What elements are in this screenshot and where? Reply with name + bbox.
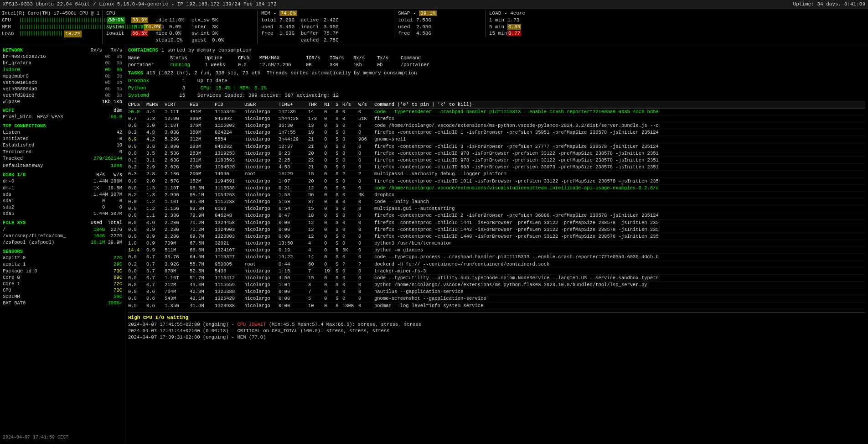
process-row-3: 0.2 4.8 3.03G 360M 824224 nicolargo 1h7:… bbox=[128, 129, 865, 136]
mem-buffer: 75.7M bbox=[324, 31, 339, 36]
cpu-irq: 0.0% bbox=[169, 24, 181, 30]
swap-total: 7.53G bbox=[416, 17, 431, 23]
process-rows: >0.0 6.4 1.11T 481M 1115349 nicolargo 1h… bbox=[128, 109, 865, 309]
wifi-title: WIFI bbox=[3, 107, 14, 114]
process-row-9: 0.3 2.8 2.18G 206M 14040 root 16:29 15 0… bbox=[128, 171, 865, 178]
network-title: NETWORK bbox=[3, 47, 23, 53]
cpu-info-section: Intel(R) Core(TM) i7-4500U CPU @ 1.80GHz… bbox=[2, 10, 102, 37]
process-row-23: 0.0 0.7 878M 52.5M 5406 nicolargo 1:15 7… bbox=[128, 268, 865, 275]
mem-stats-section: MEM - 74.8% total7.29G used5.45G free1.8… bbox=[257, 10, 394, 44]
process-row-28: 0.5 0.6 1.35G 41.9M 1323938 nicolargo 0:… bbox=[128, 303, 865, 309]
sensor-bat: BAT BAT0100%✓ bbox=[3, 300, 122, 306]
sensor-core1: Core 172C bbox=[3, 281, 122, 287]
process-row-6: 0.0 3.5 2.53G 263M 1319253 nicolargo 0:2… bbox=[128, 150, 865, 157]
mem-cached: 2.75G bbox=[324, 37, 339, 43]
header-stats: Intel(R) Core(TM) i7-4500U CPU @ 1.80GHz… bbox=[0, 9, 868, 45]
process-row-13: 0.0 1.2 1.10T 89.0M 1115288 nicolargo 5:… bbox=[128, 198, 865, 205]
tcp-section: TCP CONNECTIONS Listen42 Initiated0 Esta… bbox=[3, 123, 122, 169]
mem-active: 2.42G bbox=[324, 17, 339, 23]
tcp-terminated: Terminated0 bbox=[3, 149, 122, 155]
tcp-listen: Listen42 bbox=[3, 129, 122, 136]
containers-subtitle: 1 sorted by memory consumption bbox=[161, 47, 252, 53]
net-row-2: br_grafana0b 0b bbox=[3, 60, 122, 66]
containers-header: CONTAINERS 1 sorted by memory consumptio… bbox=[128, 47, 865, 54]
load-15: 0.77 bbox=[507, 31, 521, 36]
alert-2: 2024-04-07 17:41:44+02:00 (0:00:13) - CR… bbox=[128, 328, 865, 334]
process-row-7: 0.3 3.1 2.63G 231M 1183593 nicolargo 2:2… bbox=[128, 157, 865, 164]
disk-section: DISK I/O R/s W/s dm-01.44M 288M dm-11K 1… bbox=[3, 172, 122, 217]
mem-label: MEM bbox=[2, 24, 19, 31]
cpu-swint: 3K bbox=[212, 31, 218, 36]
container-row-portainer: portainer running 1 weeks 0.0 12.6M/7.29… bbox=[128, 62, 865, 68]
mem-free: 1.83G bbox=[279, 31, 294, 36]
wifi-row-1: Pixel_Nico WPA2 WPA3 -66.0 bbox=[3, 114, 122, 120]
process-row-26: 0.0 0.6 764M 42.3M 1325380 nicolargo 0:0… bbox=[128, 288, 865, 295]
process-row-5: 0.0 3.8 2.89G 283M 846282 nicolargo 12:3… bbox=[128, 143, 865, 150]
net-row-1: br-40875d2e27160b 0b bbox=[3, 53, 122, 60]
net-row-8: wlp2s01Kb 1Kb bbox=[3, 99, 122, 105]
process-row-21: 0.0 0.7 33.7G 64.6M 1115327 nicolargo 19… bbox=[128, 254, 865, 261]
process-row-22: 0.2 0.7 3.92G 55.7M 950805 root 0:44 60 … bbox=[128, 261, 865, 268]
containers-section: CONTAINERS 1 sorted by memory consumptio… bbox=[128, 47, 865, 68]
process-row-1: 0.7 5.3 12.9G 396M 845992 nicolargo 1h44… bbox=[128, 115, 865, 122]
disk-row-dm0: dm-01.44M 288M bbox=[3, 178, 122, 184]
cpu-idle: 11.0% bbox=[169, 17, 184, 23]
filesys-header: FILE SYS Used Total bbox=[3, 219, 122, 226]
cpu-bar: |||||||||||||||||||||||||||||||||||||| bbox=[19, 17, 106, 24]
process-row-0: >0.0 6.4 1.11T 481M 1115349 nicolargo 1h… bbox=[128, 109, 865, 115]
net-row-5: veth601e59cb0b 0b bbox=[3, 79, 122, 86]
sensor-core0: Core 069C bbox=[3, 274, 122, 281]
net-row-4: mpqemubr00b 0b bbox=[3, 73, 122, 79]
process-row-20: 14.4 0.9 511M 66.6M 1324107 nicolargo 0:… bbox=[128, 247, 865, 254]
network-header: NETWORK Rx/s Tx/s bbox=[3, 47, 122, 53]
tcp-title: TCP CONNECTIONS bbox=[3, 123, 122, 129]
mem-total: 7.29G bbox=[279, 17, 294, 23]
cpu-stats-section: CPU user33.9% system15.9% iowait66.5% id… bbox=[102, 10, 257, 44]
cpu-ctxsw: 5K bbox=[212, 17, 218, 23]
cpu-system: 15.9% bbox=[131, 24, 146, 30]
process-row-14: 0.0 1.2 1.15G 82.8M 6163 nicolargo 6:54 … bbox=[128, 205, 865, 212]
cpu-iowait: 66.5% bbox=[131, 31, 148, 36]
wifi-header: WIFI dBm bbox=[3, 107, 122, 114]
load-stats-section: LOAD - 4core 1 min1.73 5 min0.85 15 min0… bbox=[485, 10, 576, 37]
swap-stats-section: SWAP - 39.1% total7.53G used2.95G free4.… bbox=[394, 10, 485, 37]
swap-pct: 39.1% bbox=[419, 10, 437, 16]
wifi-section: WIFI dBm Pixel_Nico WPA2 WPA3 -66.0 bbox=[3, 107, 122, 120]
service-python: Python 8 CPU: 15.4% | MEM: 8.1% bbox=[128, 85, 865, 92]
tcp-initiated: Initiated0 bbox=[3, 136, 122, 142]
load-cores: 4core bbox=[510, 10, 525, 16]
fs-row-2: /var/snap/firefox/com_184G 227G bbox=[3, 233, 122, 239]
load-1: 1.73 bbox=[507, 17, 519, 23]
process-headers: CPU% MEM% VIRT RES PID USER TIME+ THR NI… bbox=[128, 101, 865, 109]
process-row-15: 0.0 1.1 2.38G 78.9M 846248 nicolargo 0:4… bbox=[128, 212, 865, 219]
alert-3: 2024-04-07 17:39:31+02:00 (ongoing) - ME… bbox=[128, 334, 865, 340]
swap-used: 2.95G bbox=[416, 24, 431, 30]
fs-row-3: /zsfpool (zsfpool)10.1M 39.9M bbox=[3, 239, 122, 246]
tcp-tracked: Tracked279/262144 bbox=[3, 155, 122, 162]
alert-1: 2024-04-07 17:41:55+02:00 (ongoing) - CP… bbox=[128, 321, 865, 328]
net-row-6: veth05608da00b 0b bbox=[3, 86, 122, 92]
sensor-acpitz1: acpitz 129C bbox=[3, 261, 122, 267]
filesys-title: FILE SYS bbox=[3, 219, 26, 226]
cpu-nice: 0.0% bbox=[169, 31, 181, 36]
process-row-24: 0.0 0.7 1.10T 51.7M 1115412 nicolargo 4:… bbox=[128, 275, 865, 282]
top-bar-right: Uptime: 34 days, 8:41:09 bbox=[793, 1, 865, 8]
tcp-established: Established10 bbox=[3, 142, 122, 148]
sensors-section: SENSORS acpitz 027C acpitz 129C Package … bbox=[3, 248, 122, 307]
containers-col-headers: Name Status Uptime CPU% MEM/MAX IOR/s IO… bbox=[128, 55, 865, 61]
process-row-12: 0.2 1.3 2.99G 98.1M 1054263 nicolargo 1:… bbox=[128, 192, 865, 198]
disk-header: DISK I/O R/s W/s bbox=[3, 172, 122, 178]
containers-title: CONTAINERS bbox=[128, 47, 158, 53]
disk-row-sda5: sda51.44M 307M bbox=[3, 210, 122, 217]
process-row-16: 0.0 0.9 2.28G 70.2M 1324458 nicolargo 0:… bbox=[128, 219, 865, 226]
tasks-info: 413 (1622 thr), 2 run, 338 slp, 73 oth T… bbox=[146, 70, 417, 76]
cpu-model: Intel(R) Core(TM) i7-4500U CPU @ 1.80GHz… bbox=[2, 10, 99, 16]
tasks-section: TASKS 413 (1622 thr), 2 run, 338 slp, 73… bbox=[128, 70, 865, 99]
process-row-8: 0.2 2.9 2.62G 216M 1084520 nicolargo 4:5… bbox=[128, 164, 865, 171]
net-row-3: lxdbr00b 0b bbox=[3, 67, 122, 73]
net-row-7: vethfd301c00b 0b bbox=[3, 92, 122, 99]
cpu-user: 33.9% bbox=[131, 17, 148, 23]
top-bar: XPS13-9333 Ubuntu 22.04 64bit / Linux 5.… bbox=[0, 0, 868, 9]
tasks-title: TASKS bbox=[128, 70, 143, 76]
process-row-4: 6.9 4.2 5.29G 312M 5554 nicolargo 3h44:2… bbox=[128, 136, 865, 143]
